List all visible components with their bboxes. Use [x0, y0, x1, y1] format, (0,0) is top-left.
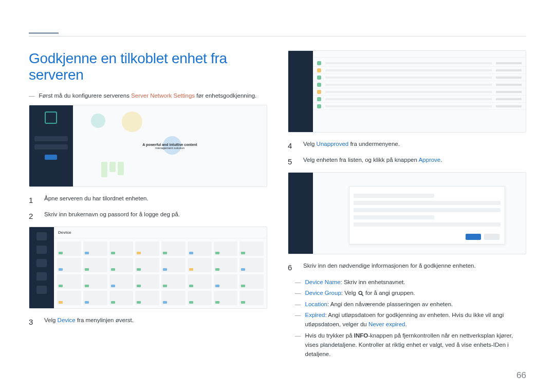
step-2: 2 Skriv inn brukernavn og passord for å … [29, 210, 267, 222]
manual-page: Godkjenne en tilkoblet enhet fra servere… [0, 0, 555, 392]
sublist-info-note: ― Hvis du trykker på INFO-knappen på fje… [295, 331, 526, 359]
sublist-text: : Skriv inn enhetsnavnet. [341, 279, 405, 285]
dash-bullet: ― [295, 310, 301, 329]
step-text: Skriv inn den nødvendige informasjonen f… [303, 262, 526, 271]
step-6: 6 Skriv inn den nødvendige informasjonen… [288, 262, 526, 273]
sublist-post: for å angi gruppen. [364, 290, 415, 296]
screenshot-login: A powerful and intuitive content managem… [29, 105, 267, 187]
screenshot-unapproved-list [288, 50, 526, 133]
ss-grid-title: Device [58, 230, 71, 235]
sublist-pre: : Velg [341, 290, 358, 296]
step-text: Skriv inn brukernavn og passord for å lo… [44, 210, 267, 219]
step-post: fra undermenyene. [348, 141, 400, 147]
step-link: Device [58, 317, 76, 323]
step-link: Unapproved [317, 141, 349, 147]
sublist-location: ― Location: Angi den nåværende plasserin… [295, 300, 526, 309]
step-text: Velg enheten fra listen, og klikk på kna… [303, 156, 526, 165]
sublist-label: Device Name [305, 279, 341, 285]
step-6-sublist: ― Device Name: Skriv inn enhetsnavnet. ―… [288, 277, 526, 359]
header-accent-bar [29, 32, 59, 34]
step-text: Velg Unapproved fra undermenyene. [303, 140, 526, 149]
magnifier-icon [358, 290, 364, 296]
step-pre: Velg enheten fra listen, og klikk på kna… [303, 157, 418, 163]
section-title: Godkjenne en tilkoblet enhet fra servere… [29, 50, 267, 83]
header-rule [29, 36, 526, 36]
step-5: 5 Velg enheten fra listen, og klikk på k… [288, 156, 526, 167]
dash-bullet: ― [295, 277, 301, 287]
dash-bullet: ― [295, 300, 301, 309]
step-1: 1 Åpne serveren du har tilordnet enheten… [29, 194, 267, 206]
intro-pre: Først må du konfigurere serverens [39, 92, 132, 99]
sublist-text: : Angi den nåværende plasseringen av enh… [327, 301, 453, 307]
step-number: 3 [29, 316, 36, 328]
step-text: Åpne serveren du har tilordnet enheten. [44, 194, 267, 203]
right-column: 4 Velg Unapproved fra undermenyene. 5 Ve… [288, 50, 526, 361]
page-number: 66 [516, 370, 526, 381]
intro-post: før enhetsgodkjenning. [195, 92, 256, 99]
ss-login-headline: A powerful and intuitive content [142, 143, 197, 146]
dash-bullet: ― [295, 288, 301, 297]
step-text: Velg Device fra menylinjen øverst. [44, 316, 267, 325]
step-link: Approve [418, 157, 440, 163]
screenshot-approve-modal [288, 172, 526, 254]
sublist-device-name: ― Device Name: Skriv inn enhetsnavnet. [295, 277, 526, 287]
sublist-post: . [405, 321, 406, 327]
content-columns: Godkjenne en tilkoblet enhet fra servere… [29, 50, 526, 361]
step-number: 5 [288, 156, 295, 167]
sublist-link: Never expired [368, 321, 405, 327]
sublist-pre: Hvis du trykker på [305, 332, 354, 339]
sublist-expired: ― Expired: Angi utløpsdatoen for godkjen… [295, 310, 526, 329]
sublist-bold: INFO [354, 332, 368, 339]
step-pre: Velg [303, 141, 317, 147]
intro-text: Først må du konfigurere serverens Server… [39, 92, 257, 99]
screenshot-device-grid: Device [29, 227, 267, 309]
svg-line-1 [361, 294, 363, 296]
intro-link: Server Network Settings [131, 92, 195, 99]
sublist-label: Device Group [305, 290, 341, 296]
sublist-label: Location [305, 301, 327, 307]
step-4: 4 Velg Unapproved fra undermenyene. [288, 140, 526, 152]
step-number: 2 [29, 210, 36, 222]
sublist-label: Expired [305, 312, 325, 318]
ss-login-sub: management solution [142, 146, 197, 150]
dash-bullet: ― [295, 331, 301, 359]
step-number: 6 [288, 262, 295, 273]
intro-note: ― Først må du konfigurere serverens Serv… [29, 92, 267, 99]
step-post: . [440, 157, 442, 163]
step-post: fra menylinjen øverst. [76, 317, 134, 323]
step-number: 1 [29, 194, 36, 206]
step-pre: Velg [44, 317, 58, 323]
step-number: 4 [288, 140, 295, 152]
left-column: Godkjenne en tilkoblet enhet fra servere… [29, 50, 267, 361]
sublist-device-group: ― Device Group: Velg for å angi gruppen. [295, 288, 526, 297]
step-3: 3 Velg Device fra menylinjen øverst. [29, 316, 267, 328]
dash-bullet: ― [29, 92, 35, 99]
